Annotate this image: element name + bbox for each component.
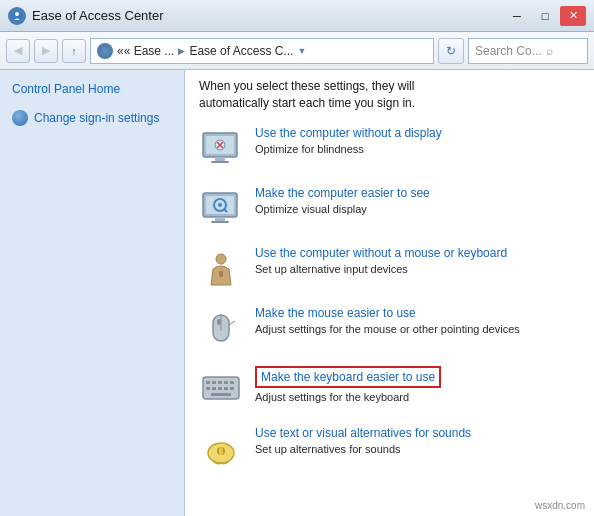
breadcrumb-2: Ease of Access C... <box>189 44 293 58</box>
sidebar-person-icon <box>12 110 28 126</box>
no-display-icon <box>199 126 245 172</box>
svg-rect-26 <box>224 381 228 384</box>
no-mouse-desc: Set up alternative input devices <box>255 263 408 275</box>
sidebar-control-panel-home[interactable]: Control Panel Home <box>12 82 172 96</box>
intro-line1: When you select these settings, they wil… <box>199 79 414 93</box>
app-icon <box>8 7 26 25</box>
keyboard-text: Make the keyboard easier to use Adjust s… <box>255 366 580 404</box>
no-display-text: Use the computer without a display Optim… <box>255 126 580 156</box>
svg-line-21 <box>229 321 235 325</box>
list-item: Make the keyboard easier to use Adjust s… <box>199 366 580 412</box>
mouse-link[interactable]: Make the mouse easier to use <box>255 306 580 320</box>
breadcrumb-arrow: ▶ <box>178 46 185 56</box>
title-bar: Ease of Access Center ─ □ ✕ <box>0 0 594 32</box>
svg-point-14 <box>218 203 222 207</box>
svg-rect-11 <box>215 217 225 221</box>
list-item: Make the mouse easier to use Adjust sett… <box>199 306 580 352</box>
back-button[interactable]: ◀ <box>6 39 30 63</box>
svg-rect-20 <box>217 319 221 325</box>
no-mouse-link[interactable]: Use the computer without a mouse or keyb… <box>255 246 580 260</box>
svg-point-36 <box>219 447 223 455</box>
svg-rect-29 <box>212 387 216 390</box>
breadcrumb-1: «« Ease ... <box>117 44 174 58</box>
address-dropdown-arrow[interactable]: ▼ <box>297 46 306 56</box>
svg-rect-23 <box>206 381 210 384</box>
watermark: wsxdn.com <box>532 499 588 512</box>
keyboard-link[interactable]: Make the keyboard easier to use <box>261 370 435 384</box>
main-area: Control Panel Home Change sign-in settin… <box>0 70 594 516</box>
svg-rect-30 <box>218 387 222 390</box>
search-box[interactable]: Search Co... ⌕ <box>468 38 588 64</box>
title-bar-left: Ease of Access Center <box>8 7 164 25</box>
easier-see-link[interactable]: Make the computer easier to see <box>255 186 580 200</box>
sidebar: Control Panel Home Change sign-in settin… <box>0 70 185 516</box>
svg-rect-27 <box>230 381 234 384</box>
easier-see-text: Make the computer easier to see Optimize… <box>255 186 580 216</box>
list-item: Use the computer without a display Optim… <box>199 126 580 172</box>
minimize-button[interactable]: ─ <box>504 6 530 26</box>
svg-rect-25 <box>218 381 222 384</box>
maximize-button[interactable]: □ <box>532 6 558 26</box>
close-button[interactable]: ✕ <box>560 6 586 26</box>
easier-see-icon <box>199 186 245 232</box>
keyboard-icon <box>199 366 245 412</box>
forward-button[interactable]: ▶ <box>34 39 58 63</box>
svg-point-1 <box>15 12 19 16</box>
up-button[interactable]: ↑ <box>62 39 86 63</box>
intro-text: When you select these settings, they wil… <box>199 78 580 112</box>
no-mouse-text: Use the computer without a mouse or keyb… <box>255 246 580 276</box>
mouse-desc: Adjust settings for the mouse or other p… <box>255 323 520 335</box>
svg-point-16 <box>216 254 226 264</box>
sidebar-change-signin[interactable]: Change sign-in settings <box>12 110 172 126</box>
search-placeholder: Search Co... <box>475 44 542 58</box>
intro-line2: automatically start each time you sign i… <box>199 96 415 110</box>
content-area: When you select these settings, they wil… <box>185 70 594 516</box>
svg-rect-32 <box>230 387 234 390</box>
svg-rect-5 <box>211 161 229 163</box>
sounds-icon <box>199 426 245 472</box>
address-bar-input[interactable]: «« Ease ... ▶ Ease of Access C... ▼ <box>90 38 434 64</box>
refresh-button[interactable]: ↻ <box>438 38 464 64</box>
breadcrumb-icon <box>97 43 113 59</box>
no-display-link[interactable]: Use the computer without a display <box>255 126 580 140</box>
svg-rect-4 <box>215 157 225 161</box>
sounds-text: Use text or visual alternatives for soun… <box>255 426 580 456</box>
keyboard-desc: Adjust settings for the keyboard <box>255 391 409 403</box>
no-mouse-icon <box>199 246 245 292</box>
address-bar: ◀ ▶ ↑ «« Ease ... ▶ Ease of Access C... … <box>0 32 594 70</box>
keyboard-link-highlighted: Make the keyboard easier to use <box>255 366 441 388</box>
sidebar-change-signin-label[interactable]: Change sign-in settings <box>34 111 159 125</box>
svg-rect-12 <box>211 221 229 223</box>
mouse-icon <box>199 306 245 352</box>
search-icon: ⌕ <box>546 44 553 58</box>
svg-rect-17 <box>219 271 223 277</box>
no-display-desc: Optimize for blindness <box>255 143 364 155</box>
list-item: Use the computer without a mouse or keyb… <box>199 246 580 292</box>
sounds-desc: Set up alternatives for sounds <box>255 443 401 455</box>
svg-rect-24 <box>212 381 216 384</box>
window-title: Ease of Access Center <box>32 8 164 23</box>
svg-rect-33 <box>211 393 231 396</box>
svg-rect-31 <box>224 387 228 390</box>
svg-rect-28 <box>206 387 210 390</box>
mouse-text: Make the mouse easier to use Adjust sett… <box>255 306 580 336</box>
list-item: Use text or visual alternatives for soun… <box>199 426 580 472</box>
list-item: Make the computer easier to see Optimize… <box>199 186 580 232</box>
easier-see-desc: Optimize visual display <box>255 203 367 215</box>
sounds-link[interactable]: Use text or visual alternatives for soun… <box>255 426 580 440</box>
window-controls: ─ □ ✕ <box>504 6 586 26</box>
